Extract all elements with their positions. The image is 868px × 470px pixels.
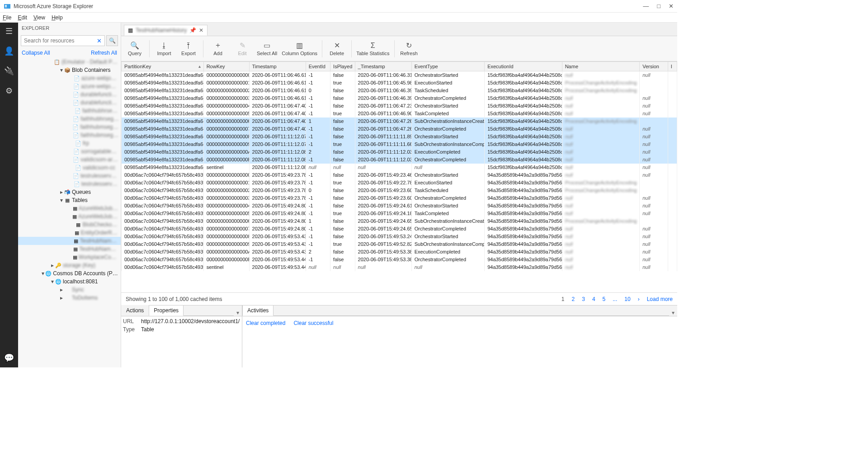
table-row[interactable]: 00d06ac7c0604cf794fc657b58c4939600000000… xyxy=(122,194,677,202)
column-header[interactable]: _Timestamp xyxy=(355,62,411,71)
load-more-link[interactable]: Load more xyxy=(647,296,673,302)
search-input[interactable] xyxy=(21,35,105,46)
tree-node[interactable]: ▸Sync xyxy=(18,286,121,294)
table-row[interactable]: 00985abf54994e8fa133231deadfa64200000000… xyxy=(122,141,677,148)
tree-node[interactable]: ▦AzureWebJobsHostLogs2020 xyxy=(18,204,121,212)
table-row[interactable]: 00985abf54994e8fa133231deadfa64200000000… xyxy=(122,125,677,133)
settings-rail-icon[interactable]: ⚙ xyxy=(5,86,13,96)
table-row[interactable]: 00985abf54994e8fa133231deadfa64200000000… xyxy=(122,71,677,79)
stats-button[interactable]: ΣTable Statistics xyxy=(356,42,389,56)
table-row[interactable]: 00d06ac7c0604cf794fc657b58c4939600000000… xyxy=(122,225,677,233)
menu-view[interactable]: View xyxy=(33,14,45,21)
tree-node[interactable]: 📄testrulesserve-leases xyxy=(18,180,121,188)
delete-button[interactable]: ✕Delete xyxy=(327,42,347,56)
tree-node[interactable]: ▾🌐Cosmos DB Accounts (Preview) xyxy=(18,269,121,277)
table-row[interactable]: 00985abf54994e8fa133231deadfa64200000000… xyxy=(122,133,677,141)
properties-tab[interactable]: Properties xyxy=(149,305,184,316)
tree-node[interactable]: 📄faithhubhrseg-cc xyxy=(18,107,121,115)
table-row[interactable]: 00d06ac7c0604cf794fc657b58c4939600000000… xyxy=(122,256,677,263)
column-header[interactable]: IsPlayed xyxy=(330,62,355,71)
column-header[interactable]: PartitionKey▴ xyxy=(122,62,204,71)
select-all-button[interactable]: ▭Select All xyxy=(257,42,277,56)
close-window-button[interactable]: ✕ xyxy=(669,3,674,9)
minimize-button[interactable]: — xyxy=(643,3,649,9)
table-row[interactable]: 00985abf54994e8fa133231deadfa642sentinel… xyxy=(122,164,677,171)
page-number[interactable]: 4 xyxy=(592,296,595,302)
column-header[interactable]: Name xyxy=(562,62,640,71)
column-header[interactable]: RowKey xyxy=(203,62,249,71)
tree-twisty-icon[interactable]: ▾ xyxy=(59,67,64,73)
menu-edit[interactable]: Edit xyxy=(18,14,27,21)
table-row[interactable]: 00d06ac7c0604cf794fc657b58c4939600000000… xyxy=(122,233,677,240)
table-row[interactable]: 00d06ac7c0604cf794fc657b58c49396sentinel… xyxy=(122,263,677,271)
next-page-icon[interactable]: › xyxy=(638,296,640,302)
table-row[interactable]: 00d06ac7c0604cf794fc657b58c4939600000000… xyxy=(122,179,677,187)
collapse-all-link[interactable]: Collapse All xyxy=(22,50,50,56)
tree-node[interactable]: ▦EntityOrderReports xyxy=(18,229,121,237)
tree-node[interactable]: ▸ToDoItems xyxy=(18,294,121,302)
activities-dropdown-icon[interactable]: ▾ xyxy=(669,310,677,316)
tree-node[interactable]: ▸📬Queues xyxy=(18,188,121,196)
page-number[interactable]: 10 xyxy=(624,296,630,302)
add-button[interactable]: ＋Add xyxy=(208,42,228,56)
table-row[interactable]: 00985abf54994e8fa133231deadfa64200000000… xyxy=(122,118,677,125)
tree-node[interactable]: 📄validicsom-cc xyxy=(18,164,121,172)
table-row[interactable]: 00985abf54994e8fa133231deadfa64200000000… xyxy=(122,156,677,164)
activities-tab[interactable]: Activities xyxy=(242,305,274,316)
table-row[interactable]: 00d06ac7c0604cf794fc657b58c4939600000000… xyxy=(122,187,677,194)
tree-node[interactable]: 📄durablefunctionshub-leases xyxy=(18,99,121,107)
table-row[interactable]: 00985abf54994e8fa133231deadfa64200000000… xyxy=(122,79,677,87)
feedback-rail-icon[interactable]: 💬 xyxy=(4,353,14,367)
table-row[interactable]: 00d06ac7c0604cf794fc657b58c4939600000000… xyxy=(122,171,677,179)
column-header[interactable]: I xyxy=(668,62,677,71)
properties-dropdown-icon[interactable]: ▾ xyxy=(234,310,242,316)
explorer-rail-icon[interactable]: ☰ xyxy=(5,26,13,36)
tree-node[interactable]: ▾🌐localhost:8081 xyxy=(18,277,121,286)
tree-twisty-icon[interactable]: ▸ xyxy=(50,262,55,268)
tree-node[interactable]: 📄validicsom-argsugpenddis xyxy=(18,155,121,164)
maximize-button[interactable]: □ xyxy=(657,3,660,9)
tree-twisty-icon[interactable]: ▸ xyxy=(59,287,64,293)
tree-node[interactable]: 📄frp xyxy=(18,139,121,147)
tree-node[interactable]: ▦TestHubNameHistory xyxy=(18,237,121,245)
table-row[interactable]: 00d06ac7c0604cf794fc657b58c4939600000000… xyxy=(122,210,677,217)
tree-node[interactable]: ▸🔑storage (Key) xyxy=(18,261,121,269)
tree-twisty-icon[interactable]: ▸ xyxy=(59,295,64,301)
table-row[interactable]: 00d06ac7c0604cf794fc657b58c4939600000000… xyxy=(122,240,677,248)
page-number[interactable]: ... xyxy=(613,296,617,302)
page-number[interactable]: 1 xyxy=(561,296,565,302)
active-tab[interactable]: ▦ TestHubNameHistory 📌 ✕ xyxy=(124,25,208,36)
column-header[interactable]: Version xyxy=(640,62,668,71)
column-header[interactable]: Timestamp xyxy=(249,62,306,71)
column-options-button[interactable]: ▥Column Options xyxy=(282,42,317,56)
tree-node[interactable]: ▦BlobCheckouts xyxy=(18,221,121,229)
table-row[interactable]: 00d06ac7c0604cf794fc657b58c4939600000000… xyxy=(122,217,677,225)
table-row[interactable]: 00985abf54994e8fa133231deadfa64200000000… xyxy=(122,87,677,94)
refresh-all-link[interactable]: Refresh All xyxy=(91,50,117,56)
menu-help[interactable]: Help xyxy=(52,14,63,21)
column-header[interactable]: EventType xyxy=(411,62,484,71)
table-row[interactable]: 00d06ac7c0604cf794fc657b58c4939600000000… xyxy=(122,248,677,256)
tree-node[interactable]: ▦TestHubNameInstances xyxy=(18,245,121,253)
account-rail-icon[interactable]: 👤 xyxy=(4,46,14,56)
tree-twisty-icon[interactable]: ▾ xyxy=(59,197,64,203)
tree-node[interactable]: 📄durablefunctionshub-largem xyxy=(18,90,121,99)
tree-node[interactable]: 📄sorrogatablescauseind xyxy=(18,147,121,155)
export-button[interactable]: ⭱Export xyxy=(179,42,198,56)
search-button[interactable]: 🔍 xyxy=(106,35,118,46)
connect-rail-icon[interactable]: 🔌 xyxy=(4,66,14,76)
table-row[interactable]: 00985abf54994e8fa133231deadfa64200000000… xyxy=(122,94,677,102)
tree-node[interactable]: ▦AzureWebJobsHostLogscommon xyxy=(18,212,121,221)
tree-twisty-icon[interactable]: ▾ xyxy=(41,270,45,277)
import-button[interactable]: ⭳Import xyxy=(154,42,174,56)
tree-node[interactable]: 📄testrulesserve-largemessag xyxy=(18,172,121,180)
tree-node[interactable]: 📋(Emulator - Default Ports) (Key) xyxy=(18,58,121,66)
table-row[interactable]: 00d06ac7c0604cf794fc657b58c4939600000000… xyxy=(122,202,677,210)
page-number[interactable]: 2 xyxy=(572,296,575,302)
tree-node[interactable]: ▾▦Tables xyxy=(18,196,121,204)
tree-twisty-icon[interactable]: ▾ xyxy=(50,278,55,285)
clear-search-icon[interactable]: ✕ xyxy=(97,38,102,44)
table-row[interactable]: 00985abf54994e8fa133231deadfa64200000000… xyxy=(122,110,677,118)
tree-node[interactable]: ▾📦Blob Containers xyxy=(18,66,121,74)
menu-file[interactable]: File xyxy=(3,14,11,21)
